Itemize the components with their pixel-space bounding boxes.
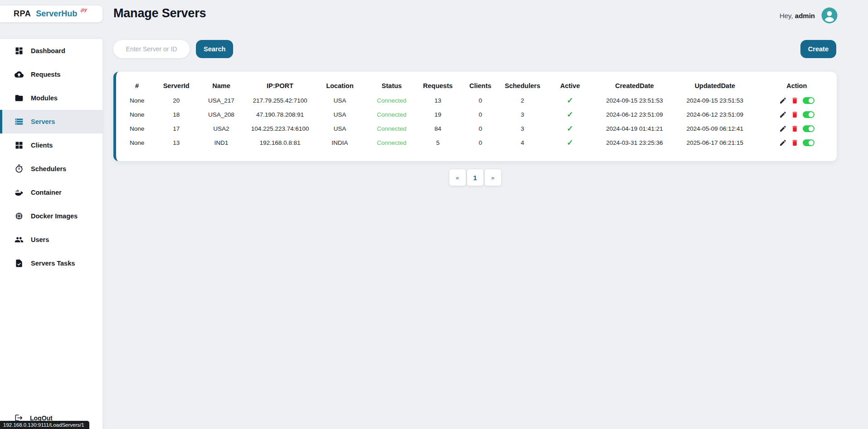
- active-toggle[interactable]: [803, 97, 814, 104]
- cell-status: Connected: [368, 122, 416, 136]
- edit-button[interactable]: [779, 139, 787, 147]
- sidebar-item-label: Clients: [31, 142, 53, 149]
- delete-button[interactable]: [791, 125, 799, 133]
- cell-schedulers: 3: [501, 122, 544, 136]
- grid-icon: [15, 141, 24, 150]
- cell-ipport: 47.190.78.208:91: [248, 108, 312, 122]
- cell-active-check: ✓: [544, 136, 596, 150]
- cloud-upload-icon: [15, 70, 24, 79]
- servers-table: # ServerId Name IP:PORT Location Status …: [116, 79, 837, 150]
- sidebar-item-label: Dashboard: [31, 47, 65, 54]
- pencil-icon: [779, 125, 787, 133]
- column-header-status: Status: [368, 79, 416, 94]
- cell-name: USA2: [195, 122, 248, 136]
- cell-createddate: 2024-04-19 01:41:21: [596, 122, 673, 136]
- servers-table-card: # ServerId Name IP:PORT Location Status …: [113, 72, 837, 161]
- sidebar-item-schedulers[interactable]: Schedulers: [0, 157, 102, 181]
- sidebar-item-servers[interactable]: Servers: [0, 110, 102, 133]
- cell-num: None: [116, 136, 158, 150]
- table-row: None 18 USA_208 47.190.78.208:91 USA Con…: [116, 108, 837, 122]
- column-header-updateddate: UpdatedDate: [673, 79, 756, 94]
- sidebar-item-requests[interactable]: Requests: [0, 63, 102, 86]
- cell-schedulers: 3: [501, 108, 544, 122]
- edit-button[interactable]: [779, 97, 787, 104]
- search-button[interactable]: Search: [196, 40, 233, 58]
- user-avatar-icon[interactable]: [821, 7, 838, 24]
- toggle-knob-icon: [809, 98, 814, 103]
- sidebar-item-users[interactable]: Users: [0, 228, 102, 251]
- pencil-icon: [779, 97, 787, 104]
- delete-button[interactable]: [791, 97, 799, 104]
- cell-createddate: 2024-03-31 23:25:36: [596, 136, 673, 150]
- active-toggle[interactable]: [803, 139, 814, 146]
- delete-button[interactable]: [791, 111, 799, 118]
- trash-icon: [791, 111, 799, 118]
- dashboard-icon: [15, 46, 24, 55]
- delete-button[interactable]: [791, 139, 799, 147]
- cell-updateddate: 2025-06-17 06:21:15: [673, 136, 756, 150]
- column-header-requests: Requests: [416, 79, 460, 94]
- cell-clients: 0: [460, 122, 501, 136]
- cell-status: Connected: [368, 94, 416, 108]
- pencil-icon: [779, 111, 787, 118]
- cell-actions: [757, 136, 837, 150]
- cell-updateddate: 2024-09-15 23:51:53: [673, 94, 756, 108]
- cell-num: None: [116, 122, 158, 136]
- edit-button[interactable]: [779, 125, 787, 133]
- brand-prefix: RPA: [14, 9, 31, 19]
- search-input[interactable]: [113, 40, 190, 58]
- create-button[interactable]: Create: [800, 40, 836, 58]
- sidebar-item-clients[interactable]: Clients: [0, 133, 102, 157]
- column-header-serverid: ServerId: [158, 79, 195, 94]
- trash-icon: [791, 139, 799, 147]
- cell-active-check: ✓: [544, 108, 596, 122]
- cell-num: None: [116, 94, 158, 108]
- cell-location: INDIA: [312, 136, 367, 150]
- table-row: None 17 USA2 104.225.223.74:6100 USA Con…: [116, 122, 837, 136]
- edit-button[interactable]: [779, 111, 787, 118]
- cell-status: Connected: [368, 108, 416, 122]
- task-check-icon: [15, 259, 24, 268]
- page-title: Manage Servers: [113, 6, 206, 20]
- cell-active-check: ✓: [544, 122, 596, 136]
- cell-name: IND1: [195, 136, 248, 150]
- sidebar-item-dashboard[interactable]: Dashboard: [0, 39, 102, 63]
- sidebar-item-label: Requests: [31, 71, 60, 78]
- cell-location: USA: [312, 94, 367, 108]
- server-table-body: None 20 USA_217 217.79.255.42:7100 USA C…: [116, 94, 837, 150]
- chip-icon: [15, 212, 24, 221]
- sidebar-item-modules[interactable]: Modules: [0, 86, 102, 110]
- cell-requests: 84: [416, 122, 460, 136]
- sidebar-item-container[interactable]: Container: [0, 181, 102, 204]
- pagination-prev-button[interactable]: «: [449, 169, 466, 186]
- sidebar-item-label: Container: [31, 189, 62, 196]
- browser-status-url: 192.168.0.130:9111/LoadServers/1: [0, 421, 89, 429]
- cell-location: USA: [312, 108, 367, 122]
- cell-schedulers: 4: [501, 136, 544, 150]
- timer-icon: [15, 164, 24, 173]
- column-header-schedulers: Schedulers: [501, 79, 544, 94]
- active-toggle[interactable]: [803, 125, 814, 132]
- toggle-knob-icon: [809, 140, 814, 145]
- column-header-name: Name: [195, 79, 248, 94]
- pencil-icon: [779, 139, 787, 147]
- docker-whale-icon: [15, 188, 24, 197]
- column-header-clients: Clients: [460, 79, 501, 94]
- sidebar-item-label: Servers Tasks: [31, 260, 75, 267]
- cell-actions: [757, 122, 837, 136]
- column-header-num: #: [116, 79, 158, 94]
- sidebar-item-label: Schedulers: [31, 165, 66, 173]
- sidebar-item-label: Servers: [31, 118, 55, 125]
- cell-updateddate: 2024-05-09 06:12:41: [673, 122, 756, 136]
- pagination-page-1-button[interactable]: 1: [467, 169, 483, 186]
- cell-clients: 0: [460, 108, 501, 122]
- sidebar-item-servers-tasks[interactable]: Servers Tasks: [0, 251, 102, 275]
- cell-requests: 5: [416, 136, 460, 150]
- username: admin: [795, 12, 815, 20]
- cell-createddate: 2024-09-15 23:51:53: [596, 94, 673, 108]
- cell-actions: [757, 108, 837, 122]
- sidebar-item-docker-images[interactable]: Docker Images: [0, 204, 102, 228]
- brand-name: ServerHub: [36, 9, 77, 19]
- pagination-next-button[interactable]: »: [485, 169, 501, 186]
- active-toggle[interactable]: [803, 111, 814, 118]
